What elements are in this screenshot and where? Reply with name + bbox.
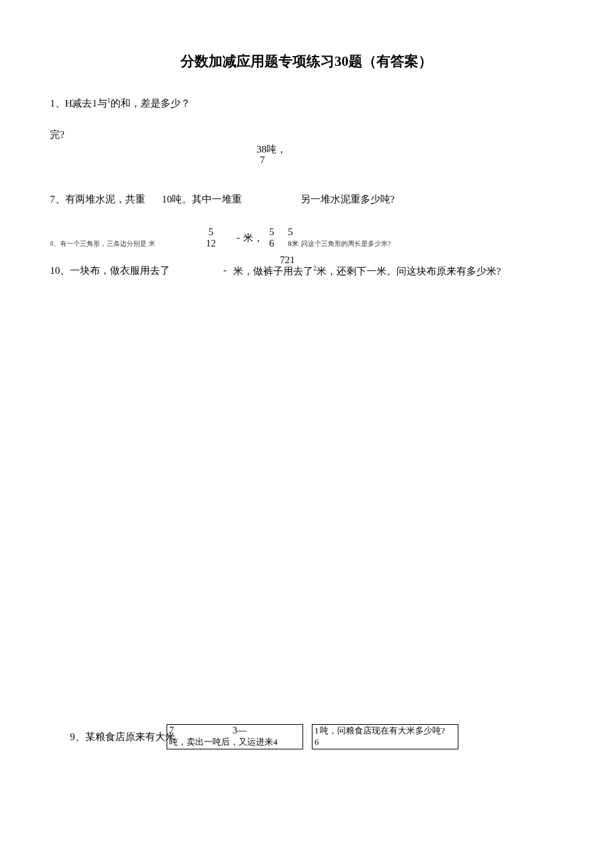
q9-box2-1: 1: [314, 725, 319, 736]
q9-box1: 7 3— 吨，卖出一吨后，又运进来4: [167, 724, 303, 749]
q8-mi: 米，: [243, 232, 263, 244]
q1-suffix: 的和，差是多少？: [111, 98, 191, 109]
frac-den: 12: [206, 238, 216, 249]
q8-dash: -: [237, 232, 240, 243]
q9-box1-text: 吨，卖出一吨后，又运进来4: [169, 737, 278, 747]
frac-num: 5: [206, 226, 216, 238]
q7-p3: 另一堆水泥重多少吨?: [301, 194, 395, 205]
fraction-5-12: 5 12: [206, 226, 216, 249]
q9-box1-7: 7: [169, 725, 174, 736]
question-1: 1、H减去1与1的和，差是多少？: [50, 97, 191, 110]
text-wan: 完?: [50, 129, 65, 141]
q10-p1: 10、一块布，做衣服用去了: [50, 265, 170, 276]
q8-main-faded: 8、有一个三角形，三条边分别是 米: [50, 239, 155, 248]
q7-p2: 10吨。其中一堆重: [162, 194, 242, 205]
text-seven: 7: [260, 155, 265, 166]
q9-label: 9、某粮食店原来有大米: [70, 731, 175, 743]
f2-top: 5: [269, 226, 275, 238]
q10-rest: 米，还剩下一米。问这块布原来有多少米?: [316, 266, 501, 276]
q9-box2: 1 6 吨，问粮食店现在有大米多少吨?: [312, 724, 458, 749]
q10-mi: 米，做裤子用去了: [233, 266, 313, 276]
f2-bot: 6: [269, 238, 275, 248]
question-8: 8、有一个三角形，三条边分别是 米 5 12 - 米， 5 6 5 8米， 问这…: [50, 226, 583, 253]
q10-tail: 米，做裤子用去了2米，还剩下一米。问这块布原来有多少米?: [233, 264, 501, 278]
question-7: 7、有两堆水泥，共重 10吨。其中一堆重 另一堆水泥重多少吨?: [50, 193, 570, 206]
fraction-5-6: 5 6: [269, 226, 275, 249]
q7-p1: 7、有两堆水泥，共重: [50, 194, 145, 205]
page-title: 分数加减应用题专项练习30题（有答案）: [0, 0, 613, 97]
question-10: 10、一块布，做衣服用去了 721 - 米，做裤子用去了2米，还剩下一米。问这块…: [50, 264, 583, 277]
f3-top: 5: [288, 226, 305, 238]
q9-box2-6: 6: [314, 737, 319, 747]
q8-tail-faded: 问这个三角形的周长是多少米?: [301, 239, 390, 248]
q9-box1-3: 3—: [233, 725, 247, 736]
q1-prefix: 1、H减去1与: [50, 98, 107, 109]
q9-box2-text: 吨，问粮食店现在有大米多少吨?: [320, 725, 445, 736]
q10-dash: -: [223, 264, 227, 276]
